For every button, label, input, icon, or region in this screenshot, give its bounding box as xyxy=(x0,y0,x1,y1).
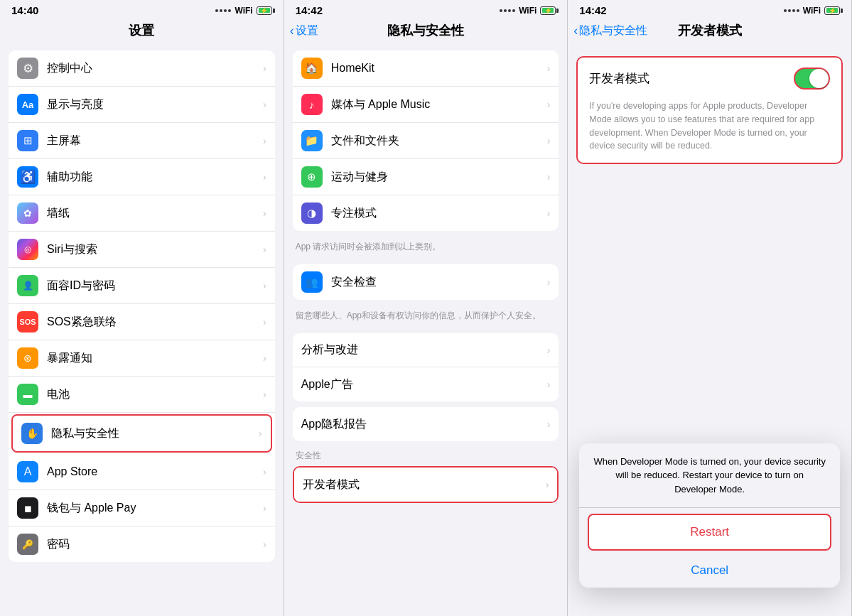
privacy-report-label: App隐私报告 xyxy=(301,417,547,432)
settings-item-face-id[interactable]: 👤 面容ID与密码 › xyxy=(9,268,275,304)
password-icon: 🔑 xyxy=(17,534,38,555)
settings-item-wallet[interactable]: ◼ 钱包与 Apple Pay › xyxy=(9,490,275,526)
status-icons-2: WiFi ⚡ xyxy=(500,6,556,16)
chevron-icon: › xyxy=(263,99,266,110)
settings-item-display[interactable]: Aa 显示与亮度 › xyxy=(9,87,275,123)
display-label: 显示与亮度 xyxy=(47,97,263,112)
time-2: 14:42 xyxy=(296,4,323,16)
display-icon: Aa xyxy=(17,94,38,115)
privacy-label: 隐私与安全性 xyxy=(51,426,259,441)
back-button-2[interactable]: ‹ 设置 xyxy=(290,23,318,38)
siri-label: Siri与搜索 xyxy=(47,242,263,257)
privacy-group-5: 开发者模式 › xyxy=(293,466,559,503)
battery-settings-icon: ▬ xyxy=(17,384,38,405)
settings-item-siri[interactable]: ◎ Siri与搜索 › xyxy=(9,232,275,268)
signal-dots-2 xyxy=(500,9,515,12)
accessibility-icon: ♿ xyxy=(17,166,38,188)
homekit-label: HomeKit xyxy=(331,62,547,75)
chevron-icon: › xyxy=(547,418,551,430)
face-id-label: 面容ID与密码 xyxy=(47,279,263,293)
analytics-label: 分析与改进 xyxy=(301,342,547,357)
chevron-icon: › xyxy=(263,135,266,146)
chevron-icon: › xyxy=(263,244,266,255)
settings-item-developer-mode[interactable]: 开发者模式 › xyxy=(294,468,558,502)
face-id-icon: 👤 xyxy=(17,275,38,296)
restart-button[interactable]: Restart xyxy=(588,514,831,551)
settings-item-fitness[interactable]: ⊕ 运动与健身 › xyxy=(293,159,559,195)
signal-dots xyxy=(215,9,231,12)
note-1: App 请求访问时会被添加到以上类别。 xyxy=(284,237,568,259)
music-icon: ♪ xyxy=(301,94,323,115)
exposure-label: 暴露通知 xyxy=(47,351,263,366)
battery-icon: ⚡ xyxy=(257,6,272,15)
chevron-icon: › xyxy=(547,276,551,288)
settings-item-privacy-report[interactable]: App隐私报告 › xyxy=(293,407,559,441)
panel-privacy: 14:42 WiFi ⚡ ‹ 设置 隐私与安全性 🏠 HomeKit › xyxy=(284,0,568,616)
back-arrow-2: ‹ xyxy=(290,23,294,38)
settings-list-2: 🏠 HomeKit › ♪ 媒体与 Apple Music › 📁 文件和文件夹… xyxy=(284,45,568,616)
sos-icon: SOS xyxy=(17,311,38,333)
files-icon: 📁 xyxy=(301,130,323,151)
time-1: 14:40 xyxy=(11,4,38,16)
wallpaper-label: 墙纸 xyxy=(47,206,263,221)
developer-mode-alert: When Developer Mode is turned on, your d… xyxy=(579,443,840,588)
status-icons-1: WiFi ⚡ xyxy=(215,6,271,16)
sos-label: SOS紧急联络 xyxy=(47,315,263,330)
settings-item-battery[interactable]: ▬ 电池 › xyxy=(9,377,275,413)
battery-label: 电池 xyxy=(47,387,263,402)
battery-icon-2: ⚡ xyxy=(540,6,556,15)
fitness-label: 运动与健身 xyxy=(331,170,547,185)
control-center-label: 控制中心 xyxy=(47,61,263,76)
settings-item-accessibility[interactable]: ♿ 辅助功能 › xyxy=(9,159,275,195)
chevron-icon: › xyxy=(547,99,551,110)
privacy-group-4: App隐私报告 › xyxy=(293,407,559,441)
chevron-icon: › xyxy=(547,171,551,183)
chevron-icon: › xyxy=(263,352,266,364)
home-screen-icon: ⊞ xyxy=(17,130,38,151)
back-label-2: 设置 xyxy=(296,23,318,38)
settings-item-exposure[interactable]: ⊛ 暴露通知 › xyxy=(9,340,275,377)
chevron-icon: › xyxy=(546,479,549,490)
privacy-icon: ✋ xyxy=(21,423,43,444)
appstore-label: App Store xyxy=(47,465,263,478)
chevron-icon: › xyxy=(259,428,262,439)
wifi-icon: WiFi xyxy=(234,6,252,16)
privacy-group-3: 分析与改进 › Apple广告 › xyxy=(293,333,559,401)
siri-icon: ◎ xyxy=(17,239,38,260)
password-label: 密码 xyxy=(47,537,263,552)
chevron-icon: › xyxy=(263,502,266,514)
settings-item-apple-ads[interactable]: Apple广告 › xyxy=(293,367,559,401)
bolt-icon-2: ⚡ xyxy=(544,7,552,14)
settings-item-media-music[interactable]: ♪ 媒体与 Apple Music › xyxy=(293,87,559,123)
chevron-icon: › xyxy=(547,379,551,390)
settings-item-wallpaper[interactable]: ✿ 墙纸 › xyxy=(9,195,275,232)
chevron-icon: › xyxy=(263,316,266,328)
settings-item-focus[interactable]: ◑ 专注模式 › xyxy=(293,195,559,231)
safety-check-label: 安全检查 xyxy=(331,275,547,290)
focus-icon: ◑ xyxy=(301,202,323,224)
bolt-icon-3: ⚡ xyxy=(829,7,836,14)
settings-item-appstore[interactable]: A App Store › xyxy=(9,454,275,490)
settings-item-sos[interactable]: SOS SOS紧急联络 › xyxy=(9,304,275,340)
apple-ads-label: Apple广告 xyxy=(301,377,547,392)
cancel-button[interactable]: Cancel xyxy=(579,553,840,588)
wallet-label: 钱包与 Apple Pay xyxy=(47,501,263,516)
note-2: 留意哪些人、App和设备有权访问你的信息，从而保护个人安全。 xyxy=(284,306,568,328)
settings-item-files[interactable]: 📁 文件和文件夹 › xyxy=(293,123,559,159)
settings-item-analytics[interactable]: 分析与改进 › xyxy=(293,333,559,367)
media-music-label: 媒体与 Apple Music xyxy=(331,97,547,112)
developer-mode-alert-overlay: When Developer Mode is turned on, your d… xyxy=(568,0,851,616)
settings-item-privacy[interactable]: ✋ 隐私与安全性 › xyxy=(11,414,272,453)
settings-item-safety-check[interactable]: 👥 安全检查 › xyxy=(293,264,559,300)
settings-group-main: ⚙ 控制中心 › Aa 显示与亮度 › ⊞ 主屏幕 › ♿ 辅助功能 › ✿ xyxy=(9,50,275,562)
settings-item-homekit[interactable]: 🏠 HomeKit › xyxy=(293,50,559,87)
settings-item-password[interactable]: 🔑 密码 › xyxy=(9,526,275,562)
nav-bar-1: 设置 xyxy=(0,19,284,45)
settings-item-control-center[interactable]: ⚙ 控制中心 › xyxy=(9,50,275,87)
developer-mode-label: 开发者模式 xyxy=(303,477,546,492)
chevron-icon: › xyxy=(263,389,266,400)
homekit-icon: 🏠 xyxy=(301,58,323,79)
settings-item-home-screen[interactable]: ⊞ 主屏幕 › xyxy=(9,123,275,159)
privacy-group-1: 🏠 HomeKit › ♪ 媒体与 Apple Music › 📁 文件和文件夹… xyxy=(293,50,559,231)
alert-message: When Developer Mode is turned on, your d… xyxy=(579,443,840,509)
